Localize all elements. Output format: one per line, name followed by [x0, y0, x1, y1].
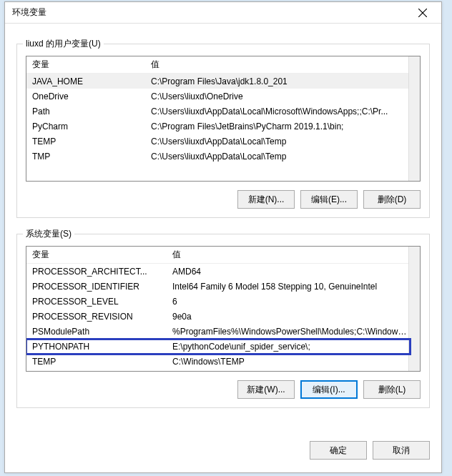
var-value: C:\Windows\TEMP: [170, 357, 408, 367]
table-row[interactable]: TMPC:\Users\liuxd\AppData\Local\Temp: [26, 149, 408, 164]
var-value: 6: [170, 297, 408, 307]
var-name: JAVA_HOME: [26, 76, 148, 86]
close-button[interactable]: [408, 3, 437, 23]
list-header: 变量 值: [26, 247, 408, 264]
col-header-variable[interactable]: 变量: [26, 59, 148, 71]
list-header: 变量 值: [26, 56, 408, 74]
system-edit-button[interactable]: 编辑(I)...: [300, 380, 358, 399]
var-name: PROCESSOR_REVISION: [26, 312, 170, 322]
col-header-value[interactable]: 值: [170, 249, 408, 261]
var-value: C:\Program Files\JetBrains\PyCharm 2019.…: [148, 122, 408, 132]
var-name: PYTHONPATH: [26, 342, 170, 352]
scrollbar[interactable]: [408, 56, 420, 181]
ok-button[interactable]: 确定: [310, 441, 367, 460]
user-new-button[interactable]: 新建(N)...: [237, 190, 295, 209]
system-vars-list[interactable]: 变量 值 PROCESSOR_ARCHITECT...AMD64PROCESSO…: [26, 246, 421, 372]
var-name: TMP: [26, 152, 148, 162]
var-name: Path: [26, 106, 148, 116]
var-name: PyCharm: [26, 122, 148, 132]
table-row[interactable]: PROCESSOR_ARCHITECT...AMD64: [26, 264, 408, 279]
var-name: TEMP: [26, 357, 170, 367]
system-vars-group: 系统变量(S) 变量 值 PROCESSOR_ARCHITECT...AMD64…: [16, 234, 430, 408]
close-icon: [418, 9, 427, 17]
var-value: C:\Users\liuxd\AppData\Local\Temp: [148, 152, 408, 162]
table-row[interactable]: PSModulePath%ProgramFiles%\WindowsPowerS…: [26, 324, 408, 339]
user-vars-label: liuxd 的用户变量(U): [23, 38, 104, 50]
col-header-variable[interactable]: 变量: [26, 249, 170, 261]
var-value: %ProgramFiles%\WindowsPowerShell\Modules…: [170, 327, 408, 337]
user-edit-button[interactable]: 编辑(E)...: [300, 190, 358, 209]
table-row[interactable]: PROCESSOR_LEVEL6: [26, 294, 408, 309]
system-new-button[interactable]: 新建(W)...: [237, 380, 295, 399]
cancel-button[interactable]: 取消: [373, 441, 430, 460]
var-value: E:\pythonCode\unif_spider_service\;: [170, 342, 408, 352]
var-value: C:\Program Files\Java\jdk1.8.0_201: [148, 76, 408, 86]
env-vars-dialog: 环境变量 liuxd 的用户变量(U) 变量 值 JAVA_HOMEC:\Pro…: [4, 1, 442, 473]
table-row[interactable]: PROCESSOR_REVISION9e0a: [26, 309, 408, 324]
user-vars-group: liuxd 的用户变量(U) 变量 值 JAVA_HOMEC:\Program …: [16, 44, 430, 218]
table-row[interactable]: TEMPC:\Windows\TEMP: [26, 354, 408, 369]
table-row[interactable]: JAVA_HOMEC:\Program Files\Java\jdk1.8.0_…: [26, 74, 408, 89]
var-value: AMD64: [170, 267, 408, 277]
var-value: C:\Users\liuxd\AppData\Local\Temp: [148, 137, 408, 147]
table-row[interactable]: PyCharmC:\Program Files\JetBrains\PyChar…: [26, 119, 408, 134]
table-row[interactable]: OneDriveC:\Users\liuxd\OneDrive: [26, 89, 408, 104]
var-value: C:\Users\liuxd\AppData\Local\Microsoft\W…: [148, 106, 408, 116]
table-row[interactable]: PathC:\Users\liuxd\AppData\Local\Microso…: [26, 104, 408, 119]
var-value: Intel64 Family 6 Model 158 Stepping 10, …: [170, 282, 408, 292]
var-value: 9e0a: [170, 312, 408, 322]
var-value: C:\Users\liuxd\OneDrive: [148, 91, 408, 101]
system-delete-button[interactable]: 删除(L): [363, 380, 421, 399]
var-name: PROCESSOR_ARCHITECT...: [26, 267, 170, 277]
table-row[interactable]: PROCESSOR_IDENTIFIERIntel64 Family 6 Mod…: [26, 279, 408, 294]
scrollbar[interactable]: [408, 247, 420, 371]
var-name: PROCESSOR_LEVEL: [26, 297, 170, 307]
var-name: PSModulePath: [26, 327, 170, 337]
window-title: 环境变量: [12, 6, 46, 19]
var-name: TEMP: [26, 137, 148, 147]
titlebar: 环境变量: [5, 2, 441, 24]
var-name: OneDrive: [26, 91, 148, 101]
col-header-value[interactable]: 值: [148, 59, 408, 71]
system-vars-label: 系统变量(S): [23, 228, 74, 240]
user-delete-button[interactable]: 删除(D): [363, 190, 421, 209]
table-row[interactable]: PYTHONPATHE:\pythonCode\unif_spider_serv…: [26, 339, 408, 354]
var-name: PROCESSOR_IDENTIFIER: [26, 282, 170, 292]
table-row[interactable]: TEMPC:\Users\liuxd\AppData\Local\Temp: [26, 134, 408, 149]
user-vars-list[interactable]: 变量 值 JAVA_HOMEC:\Program Files\Java\jdk1…: [26, 56, 421, 182]
